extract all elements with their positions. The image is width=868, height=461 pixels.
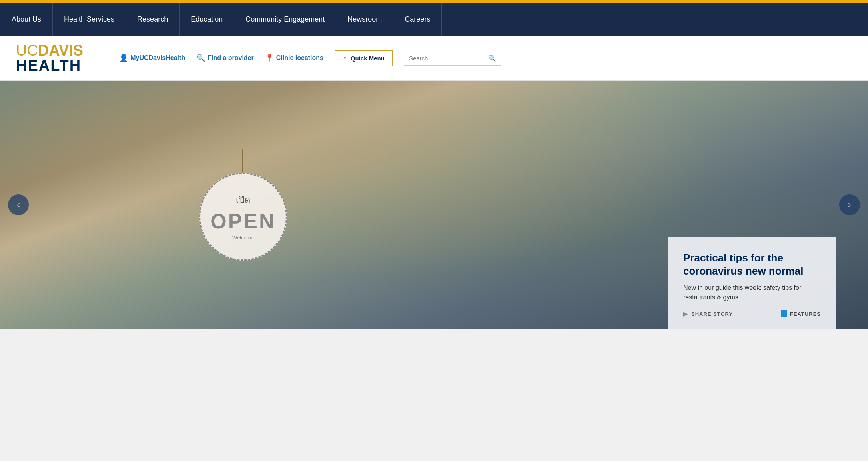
logo-uc: UC xyxy=(16,42,38,59)
hero-overlay: Practical tips for the coronavirus new n… xyxy=(0,81,868,329)
search-submit-button[interactable]: 🔍 xyxy=(488,54,496,62)
nav-label-research: Research xyxy=(137,15,168,24)
nav-item-community-engagement[interactable]: Community Engagement xyxy=(234,3,336,36)
hero-carousel: เปิด OPEN Welcome ‹ › Practical tips for… xyxy=(0,81,868,329)
logo-health: HEALTH xyxy=(16,58,83,73)
carousel-prev-button[interactable]: ‹ xyxy=(8,194,29,215)
nav-label-education: Education xyxy=(191,15,223,24)
person-icon: 👤 xyxy=(119,54,128,62)
nav-item-health-services[interactable]: Health Services xyxy=(53,3,126,36)
info-card-text: New in our guide this week: safety tips … xyxy=(683,283,821,302)
site-header: UCDAVIS HEALTH 👤 MyUCDavisHealth 🔍 Find … xyxy=(0,36,868,81)
chevron-left-icon: ‹ xyxy=(17,200,20,210)
features-square-icon xyxy=(781,310,787,317)
logo[interactable]: UCDAVIS HEALTH xyxy=(16,43,83,73)
search-icon: 🔍 xyxy=(488,55,496,62)
clinic-locations-label: Clinic locations xyxy=(276,54,323,62)
search-box: 🔍 xyxy=(404,51,501,66)
features-label: FEATURES xyxy=(790,311,821,317)
location-icon: 📍 xyxy=(265,54,274,62)
my-ucdavis-health-link[interactable]: 👤 MyUCDavisHealth xyxy=(119,54,185,62)
nav-item-education[interactable]: Education xyxy=(180,3,234,36)
nav-label-newsroom: Newsroom xyxy=(347,15,382,24)
nav-label-health-services: Health Services xyxy=(64,15,114,24)
logo-davis: DAVIS xyxy=(38,42,83,59)
nav-item-about-us[interactable]: About Us xyxy=(0,3,53,36)
gold-top-bar xyxy=(0,0,868,3)
nav-item-newsroom[interactable]: Newsroom xyxy=(336,3,393,36)
main-navigation: About Us Health Services Research Educat… xyxy=(0,3,868,36)
dropdown-arrow-icon: ▼ xyxy=(343,55,347,61)
search-input[interactable] xyxy=(409,55,485,62)
info-card-footer: ▶ SHARE STORY FEATURES xyxy=(683,310,821,317)
hero-info-card: Practical tips for the coronavirus new n… xyxy=(668,237,836,329)
share-story-link[interactable]: ▶ SHARE STORY xyxy=(683,311,733,317)
find-provider-label: Find a provider xyxy=(208,54,254,62)
info-card-title: Practical tips for the coronavirus new n… xyxy=(683,251,821,277)
nav-item-careers[interactable]: Careers xyxy=(393,3,442,36)
quick-menu-button[interactable]: ▼ Quick Menu xyxy=(335,50,393,66)
clinic-locations-link[interactable]: 📍 Clinic locations xyxy=(265,54,323,62)
share-story-label: SHARE STORY xyxy=(691,311,733,317)
carousel-next-button[interactable]: › xyxy=(839,194,860,215)
nav-label-careers: Careers xyxy=(405,15,430,24)
find-provider-link[interactable]: 🔍 Find a provider xyxy=(196,54,254,62)
chevron-right-icon: › xyxy=(848,200,851,210)
features-badge: FEATURES xyxy=(781,310,821,317)
nav-label-community-engagement: Community Engagement xyxy=(245,15,325,24)
quick-menu-label: Quick Menu xyxy=(351,55,385,62)
my-ucdavis-health-label: MyUCDavisHealth xyxy=(130,54,185,62)
nav-label-about-us: About Us xyxy=(12,15,41,24)
header-links: 👤 MyUCDavisHealth 🔍 Find a provider 📍 Cl… xyxy=(119,50,852,66)
share-arrow-icon: ▶ xyxy=(683,311,688,317)
nav-item-research[interactable]: Research xyxy=(126,3,180,36)
search-provider-icon: 🔍 xyxy=(196,54,205,62)
